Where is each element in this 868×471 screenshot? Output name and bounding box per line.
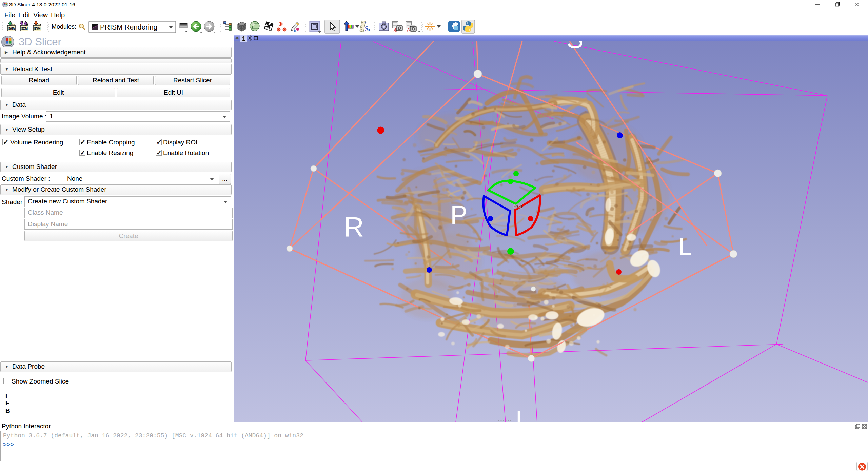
svg-text:ROI: ROI bbox=[513, 203, 522, 209]
svg-text:R: R bbox=[344, 211, 364, 242]
svg-text:L: L bbox=[678, 233, 692, 260]
svg-text:Modules:: Modules: bbox=[52, 23, 76, 30]
svg-text:DCM: DCM bbox=[21, 27, 28, 31]
svg-text:PRISM Rendering: PRISM Rendering bbox=[100, 23, 157, 31]
svg-text:SAVE: SAVE bbox=[34, 27, 41, 31]
svg-text:S: S bbox=[365, 25, 369, 33]
svg-text:1: 1 bbox=[242, 35, 245, 42]
svg-text:I: I bbox=[515, 405, 522, 422]
svg-text:P: P bbox=[450, 200, 468, 229]
svg-text:DATA: DATA bbox=[8, 27, 15, 31]
